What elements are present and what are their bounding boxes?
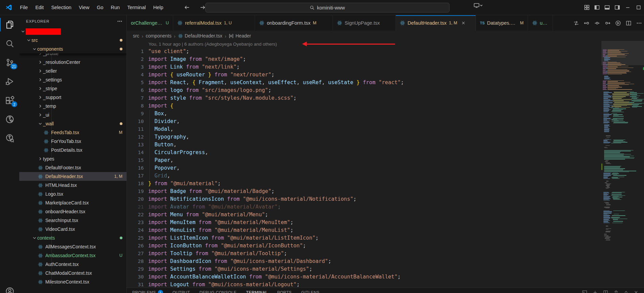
code-line-17[interactable]: 17 Grid, [127, 172, 601, 180]
activity-extensions[interactable]: 2 [0, 91, 19, 110]
activity-search[interactable] [0, 34, 19, 53]
tree-item-MilestoneContext.tsx[interactable]: MilestoneContext.tsx [19, 277, 127, 286]
accounts-icon[interactable] [0, 287, 19, 293]
split-editor-icon[interactable] [603, 290, 608, 293]
tree-item-components[interactable]: components [19, 45, 127, 53]
plus-icon[interactable] [593, 290, 598, 293]
split-editor-icon[interactable] [625, 20, 631, 26]
tree-item-DefaultFooter.tsx[interactable]: DefaultFooter.tsx [19, 163, 127, 172]
code-line-22[interactable]: 22import Menu from "@mui/material/Menu"; [127, 211, 601, 219]
tree-item-_stripe[interactable]: _stripe [19, 84, 127, 93]
code-line-5[interactable]: 5import React, { Fragment, useContext, u… [127, 79, 601, 87]
tree-item-AuthContext.tsx[interactable]: AuthContext.tsx [19, 260, 127, 269]
tab-upcom[interactable]: upcom [528, 15, 553, 31]
run-or-debug-icon[interactable] [615, 20, 621, 26]
tree-item-_seller[interactable]: _seller [19, 67, 127, 75]
tree-item-ForYouTab.tsx[interactable]: ForYouTab.tsx [19, 137, 127, 146]
compare-changes-icon[interactable] [594, 20, 600, 26]
code-line-3[interactable]: 3import Link from "next/link"; [127, 63, 601, 71]
code-line-8[interactable]: 8import { [127, 102, 601, 110]
explorer-more-actions-icon[interactable] [117, 19, 122, 24]
close-icon[interactable] [634, 290, 639, 293]
code-line-28[interactable]: 28import DashboardIcon from "@mui/icons-… [127, 258, 601, 265]
maximize-icon[interactable] [633, 0, 644, 15]
tree-item-onboardHeader.tsx[interactable]: onboardHeader.tsx [19, 207, 127, 216]
tree-item-_resolutionCenter[interactable]: _resolutionCenter [19, 58, 127, 67]
tree-item-_temp[interactable]: _temp [19, 102, 127, 111]
command-center-search[interactable]: kominiti-www [205, 3, 450, 13]
menu-edit[interactable]: Edit [31, 3, 47, 12]
panel-tab-gitlens[interactable]: GITLENS [301, 290, 320, 293]
next-change-icon[interactable] [604, 20, 611, 26]
menu-terminal[interactable]: Terminal [123, 3, 150, 12]
tree-item-src[interactable]: src [19, 36, 127, 45]
menu-run[interactable]: Run [107, 3, 124, 12]
code-line-12[interactable]: 12 Typography, [127, 133, 601, 141]
toggle-panel-icon[interactable] [602, 2, 612, 13]
code-line-23[interactable]: 23import MenuItem from "@mui/material/Me… [127, 219, 601, 226]
code-editor[interactable]: You, 1 hour ago | 6 authors (Adegboyega … [127, 41, 601, 288]
code-line-18[interactable]: 18} from "@mui/material"; [127, 180, 601, 188]
tree-item-workspace-root[interactable] [19, 27, 127, 36]
menu-view[interactable]: View [75, 3, 93, 12]
go-back-icon[interactable] [182, 2, 192, 13]
tree-item-MarketplaceCard.tsx[interactable]: MarketplaceCard.tsx [19, 198, 127, 207]
minimize-icon[interactable] [622, 0, 633, 15]
code-line-6[interactable]: 6import logo from "src/images/logo.png"; [127, 87, 601, 94]
previous-change-icon[interactable] [583, 20, 590, 26]
panel-tab-output[interactable]: OUTPUT [172, 290, 190, 293]
code-line-15[interactable]: 15 Paper, [127, 156, 601, 164]
toggle-secondary-sidebar-icon[interactable] [612, 2, 622, 13]
code-line-25[interactable]: 25import ListItemIcon from "@mui/materia… [127, 234, 601, 242]
tree-item-AllMessagesContext.tsx[interactable]: AllMessagesContext.tsx [19, 242, 127, 251]
tree-item-_settings[interactable]: _settings [19, 75, 127, 84]
code-line-14[interactable]: 14 CircularProgress, [127, 149, 601, 156]
tab-orchallenge-d-ts[interactable]: orChallenge.d.tsU [127, 15, 173, 31]
trash-icon[interactable] [614, 290, 619, 293]
tab-signuppage-tsx[interactable]: SignUpPage.tsx [333, 15, 396, 31]
activity-gitlens-inspect[interactable] [0, 129, 19, 148]
tab-referralmodal-tsx[interactable]: referralModal.tsx1, U [173, 15, 255, 31]
panel-tab-ports[interactable]: PORTS [277, 290, 292, 293]
tree-item-HTMLHead.tsx[interactable]: HTMLHead.tsx [19, 181, 127, 190]
code-line-11[interactable]: 11 Modal, [127, 125, 601, 133]
code-line-31[interactable]: 31import Logout from "@mui/icons-materia… [127, 281, 601, 288]
code-line-30[interactable]: 30import AccountBalanceWalletIcon from "… [127, 273, 601, 281]
tree-item-DefaultHeader.tsx[interactable]: DefaultHeader.tsx1, M [19, 172, 127, 181]
tree-item-ChatModalContext.tsx[interactable]: ChatModalContext.tsx [19, 269, 127, 277]
code-line-7[interactable]: 7import style from "src/styles/Nav.modul… [127, 94, 601, 102]
open-changes-icon[interactable] [573, 20, 579, 26]
tree-item-VideoCard.tsx[interactable]: VideoCard.tsx [19, 225, 127, 234]
chevron-up-icon[interactable] [624, 290, 628, 293]
more-actions-icon[interactable] [636, 20, 642, 26]
tree-item-AmbassadorContext.tsx[interactable]: AmbassadorContext.tsxU [19, 251, 127, 260]
tree-item-_wall[interactable]: _wall [19, 119, 127, 128]
customize-layout-icon[interactable] [582, 2, 592, 13]
code-line-19[interactable]: 19import Badge from "@mui/material/Badge… [127, 188, 601, 195]
tab-onboardingform-tsx[interactable]: onboardingForm.tsxM [255, 15, 333, 31]
terminal-icon[interactable] [582, 290, 587, 293]
code-line-27[interactable]: 27import Tooltip from "@mui/material/Too… [127, 250, 601, 258]
tab-defaultheader-tsx[interactable]: DefaultHeader.tsx1, M [396, 15, 476, 31]
breadcrumb-src[interactable]: src [133, 33, 139, 39]
toggle-sidebar-icon[interactable] [592, 2, 602, 13]
menu-file[interactable]: File [16, 3, 31, 12]
code-line-13[interactable]: 13 Button, [127, 141, 601, 149]
tab-datatypes-d-ts[interactable]: TSDatatypes.d.tsM [476, 15, 528, 31]
close-icon[interactable] [461, 21, 466, 25]
menu-go[interactable]: Go [93, 3, 107, 12]
activity-gitlens[interactable] [0, 110, 19, 129]
menu-selection[interactable]: Selection [47, 3, 75, 12]
code-line-21[interactable]: 21import Avatar from "@mui/material/Avat… [127, 203, 601, 211]
panel-tab-terminal[interactable]: TERMINAL [246, 290, 268, 293]
code-line-20[interactable]: 20import NotificationsIcon from "@mui/ic… [127, 195, 601, 203]
tree-item-FeedsTab.tsx[interactable]: FeedsTab.tsxM [19, 128, 127, 137]
tree-item-types[interactable]: types [19, 154, 127, 163]
breadcrumb-defaultheader-tsx[interactable]: DefaultHeader.tsx [178, 33, 222, 39]
code-line-2[interactable]: 2import Image from "next/image"; [127, 55, 601, 63]
tree-item-_ui[interactable]: _ui [19, 111, 127, 119]
code-line-26[interactable]: 26import IconButton from "@mui/material/… [127, 242, 601, 250]
code-line-4[interactable]: 4import { useRouter } from "next/router"… [127, 71, 601, 79]
tree-item-Logo.tsx[interactable]: Logo.tsx [19, 190, 127, 198]
tree-item-contexts[interactable]: contexts [19, 234, 127, 242]
